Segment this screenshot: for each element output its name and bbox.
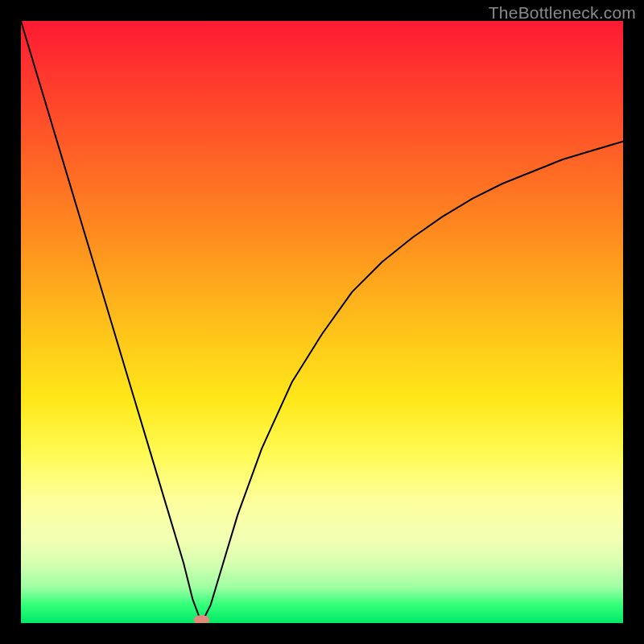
chart-svg (21, 21, 623, 623)
optimal-point-marker (193, 615, 209, 623)
plot-area (21, 21, 623, 623)
bottleneck-curve (21, 21, 623, 623)
watermark-text: TheBottleneck.com (489, 3, 636, 23)
chart-frame: TheBottleneck.com (0, 0, 644, 644)
